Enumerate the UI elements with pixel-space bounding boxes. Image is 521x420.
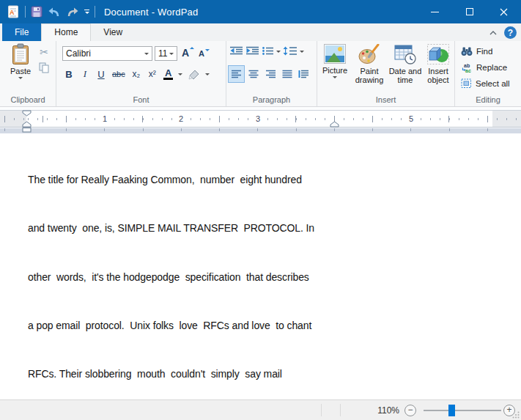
tab-home[interactable]: Home bbox=[41, 23, 91, 41]
select-all-button[interactable]: Select all bbox=[461, 78, 510, 89]
object-icon bbox=[427, 44, 449, 65]
bold-button[interactable]: B bbox=[62, 66, 75, 82]
title-bar: A bbox=[0, 0, 521, 23]
bullets-button[interactable] bbox=[262, 46, 274, 56]
tab-file[interactable]: File bbox=[2, 23, 41, 41]
paste-button[interactable]: Paste bbox=[3, 43, 38, 92]
qat-separator bbox=[95, 6, 95, 18]
replace-icon: ab ac bbox=[461, 62, 473, 73]
customize-qat-icon[interactable] bbox=[84, 10, 89, 14]
ribbon: Paste ✂ Clipboard Calibri 11 bbox=[0, 41, 521, 107]
minimize-icon bbox=[431, 12, 439, 12]
tab-view[interactable]: View bbox=[91, 23, 135, 41]
increase-indent-button[interactable] bbox=[245, 46, 259, 56]
strikethrough-button[interactable]: abc bbox=[111, 66, 127, 82]
svg-text:ab: ab bbox=[464, 63, 470, 68]
font-color-dropdown-icon[interactable] bbox=[178, 73, 182, 75]
svg-text:ac: ac bbox=[465, 68, 471, 73]
wordpad-app-icon[interactable]: A bbox=[7, 5, 20, 18]
group-label-font: Font bbox=[56, 95, 226, 104]
chevron-down-icon bbox=[169, 53, 174, 55]
align-left-button[interactable] bbox=[228, 65, 245, 83]
zoom-out-button[interactable]: − bbox=[404, 405, 416, 416]
collapse-ribbon-icon[interactable] bbox=[489, 31, 497, 35]
ribbon-tab-row: File Home View bbox=[0, 23, 521, 41]
maximize-icon bbox=[466, 8, 473, 15]
maximize-button[interactable] bbox=[452, 0, 487, 23]
align-right-button[interactable] bbox=[262, 65, 278, 83]
picture-icon bbox=[324, 44, 346, 64]
paragraph-dialog-button[interactable] bbox=[295, 65, 312, 83]
justify-button[interactable] bbox=[278, 65, 295, 83]
font-color-swatch bbox=[163, 78, 173, 80]
superscript-button[interactable]: x² bbox=[146, 66, 159, 82]
insert-object-button[interactable]: Insert object bbox=[423, 44, 454, 84]
minimize-button[interactable] bbox=[418, 0, 452, 23]
group-font: Calibri 11 A A B I U abc x₂ x² bbox=[56, 41, 226, 106]
zoom-slider[interactable] bbox=[424, 410, 501, 411]
status-separator bbox=[321, 404, 322, 416]
left-indent-box-marker[interactable] bbox=[22, 128, 32, 133]
highlighter-icon bbox=[187, 69, 201, 80]
line-spacing-dropdown-icon[interactable] bbox=[300, 51, 304, 53]
wordpad-window: A bbox=[0, 0, 521, 420]
text-line: a pop email protocol. Unix folks love RF… bbox=[28, 317, 315, 334]
hanging-indent-marker[interactable] bbox=[22, 121, 32, 128]
resize-grip[interactable] bbox=[512, 411, 520, 419]
zoom-level: 110% bbox=[369, 405, 399, 416]
line-spacing-icon bbox=[283, 46, 298, 56]
svg-text:A: A bbox=[10, 9, 15, 16]
redo-icon[interactable] bbox=[66, 7, 79, 18]
align-center-button[interactable] bbox=[245, 65, 262, 83]
group-paragraph: Paragraph bbox=[226, 41, 317, 106]
copy-button[interactable] bbox=[37, 61, 51, 74]
right-indent-marker[interactable] bbox=[330, 121, 339, 128]
shrink-font-icon bbox=[205, 49, 210, 51]
help-icon[interactable]: ? bbox=[504, 26, 517, 39]
select-all-icon bbox=[461, 78, 472, 89]
group-clipboard: Paste ✂ Clipboard bbox=[0, 41, 56, 106]
paint-palette-icon bbox=[358, 44, 380, 65]
font-size-select[interactable]: 11 bbox=[155, 46, 177, 61]
shrink-font-button[interactable]: A bbox=[199, 49, 210, 58]
document-editing-area[interactable]: The title for Really Faaking Common, num… bbox=[0, 133, 521, 399]
picture-button[interactable]: Picture bbox=[319, 44, 351, 78]
paragraph-icon bbox=[298, 70, 309, 78]
undo-icon[interactable] bbox=[48, 7, 61, 18]
first-line-indent-marker[interactable] bbox=[22, 110, 32, 117]
close-button[interactable] bbox=[487, 0, 521, 23]
binoculars-icon bbox=[461, 46, 473, 56]
highlight-button[interactable] bbox=[185, 66, 202, 82]
status-bar: 110% − + bbox=[0, 399, 521, 420]
text-line: and twenty one, is, SIMPLE MAIL TRANSFER… bbox=[28, 220, 315, 236]
replace-button[interactable]: ab ac Replace bbox=[461, 62, 507, 73]
subscript-button[interactable]: x₂ bbox=[130, 66, 143, 82]
zoom-slider-thumb[interactable] bbox=[448, 405, 455, 416]
ruler-number: 2 bbox=[177, 114, 185, 124]
save-icon[interactable] bbox=[31, 6, 43, 18]
font-family-select[interactable]: Calibri bbox=[62, 46, 152, 61]
cut-button[interactable]: ✂ bbox=[37, 45, 51, 59]
ruler-number: 5 bbox=[407, 114, 415, 124]
bullets-dropdown-icon[interactable] bbox=[276, 51, 281, 53]
find-button[interactable]: Find bbox=[461, 46, 492, 56]
font-size-value: 11 bbox=[158, 48, 167, 59]
grow-font-icon bbox=[190, 47, 194, 49]
decrease-indent-button[interactable] bbox=[229, 46, 243, 56]
paste-label: Paste bbox=[10, 67, 31, 75]
paste-dropdown-icon bbox=[18, 77, 23, 79]
paint-drawing-button[interactable]: Paint drawing bbox=[352, 44, 386, 84]
decrease-indent-icon bbox=[229, 46, 243, 56]
ruler-number: 3 bbox=[254, 114, 262, 124]
date-and-time-button[interactable]: Date and time bbox=[388, 44, 423, 84]
qat-separator bbox=[25, 6, 26, 18]
underline-button[interactable]: U bbox=[95, 66, 108, 82]
italic-button[interactable]: I bbox=[78, 66, 92, 82]
highlight-dropdown-icon[interactable] bbox=[205, 73, 210, 75]
grow-font-button[interactable]: A bbox=[182, 47, 194, 59]
status-separator bbox=[340, 404, 341, 416]
line-spacing-button[interactable] bbox=[283, 46, 298, 56]
increase-indent-icon bbox=[245, 46, 259, 56]
font-color-button[interactable]: A bbox=[162, 66, 175, 82]
scissors-icon: ✂ bbox=[40, 46, 48, 58]
